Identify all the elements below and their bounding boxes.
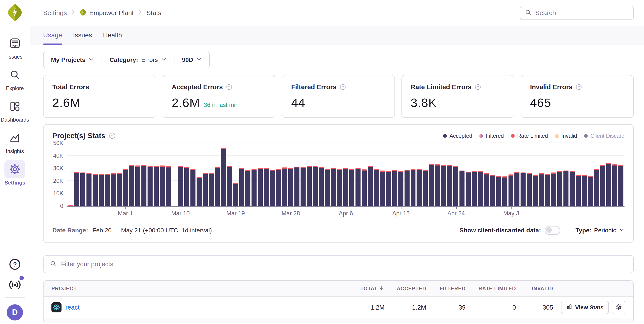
chart-bar[interactable] <box>368 166 373 206</box>
chart-bar[interactable] <box>612 164 617 206</box>
chart-bar[interactable] <box>398 171 404 206</box>
chart-bar[interactable] <box>588 176 593 206</box>
chart-bar[interactable] <box>300 167 306 206</box>
date-range-dropdown[interactable]: 90D <box>174 52 209 68</box>
legend-item-accepted[interactable]: Accepted <box>443 133 472 139</box>
column-header-filtered[interactable]: FILTERED <box>426 286 466 292</box>
chart-bar[interactable] <box>111 173 116 206</box>
chart-bar[interactable] <box>123 169 128 206</box>
chart-bar[interactable] <box>221 148 226 206</box>
chart-bar[interactable] <box>209 173 214 206</box>
chart-bar[interactable] <box>618 165 624 206</box>
chart-bar[interactable] <box>472 171 477 206</box>
chart-bar[interactable] <box>576 175 581 206</box>
project-filter-input[interactable] <box>61 260 627 268</box>
chart-bar[interactable] <box>490 175 495 206</box>
chart-bar[interactable] <box>258 168 263 206</box>
legend-item-filtered[interactable]: Filtered <box>479 133 504 139</box>
column-header-accepted[interactable]: ACCEPTED <box>384 286 426 292</box>
chart-bar[interactable] <box>276 169 281 206</box>
global-search-input[interactable] <box>535 9 629 17</box>
chart-bar[interactable] <box>600 165 605 206</box>
global-search[interactable] <box>520 6 634 20</box>
chart-bar[interactable] <box>135 165 140 206</box>
avatar[interactable]: D <box>7 304 23 321</box>
chart-bar[interactable] <box>606 163 612 206</box>
chart-bar[interactable] <box>68 205 73 206</box>
sidebar-item-explore[interactable]: Explore <box>4 66 26 91</box>
chart-bar[interactable] <box>362 169 367 206</box>
chart-bar[interactable] <box>514 172 520 206</box>
chart-bar[interactable] <box>74 172 79 206</box>
chart-bar[interactable] <box>423 170 428 206</box>
chart-bar[interactable] <box>374 169 379 206</box>
chart-bar[interactable] <box>594 169 599 206</box>
chart-bar[interactable] <box>380 170 385 206</box>
sidebar-item-issues[interactable]: Issues <box>4 34 26 60</box>
chart-bar[interactable] <box>441 165 446 206</box>
chart-bar[interactable] <box>484 173 489 206</box>
whats-new-button[interactable] <box>8 277 22 291</box>
chart-bar[interactable] <box>313 166 318 206</box>
chart-bar[interactable] <box>294 166 300 206</box>
chart-bar[interactable] <box>203 173 208 206</box>
chart-bar[interactable] <box>520 172 526 206</box>
help-icon[interactable]: ? <box>340 84 346 90</box>
help-icon[interactable]: ? <box>109 132 116 139</box>
help-icon[interactable]: ? <box>474 84 481 90</box>
chart-bar[interactable] <box>117 173 122 206</box>
chart-bar[interactable] <box>545 174 550 206</box>
breadcrumb-organization[interactable]: Empower Plant <box>80 8 134 18</box>
breadcrumb-stats[interactable]: Stats <box>146 9 161 17</box>
project-settings-button[interactable] <box>612 301 626 314</box>
column-header-total[interactable]: TOTAL <box>348 285 384 292</box>
chart-bar[interactable] <box>564 170 568 206</box>
chart-bar[interactable] <box>508 174 514 206</box>
view-stats-button[interactable]: View Stats <box>561 301 609 314</box>
sidebar-item-settings[interactable]: Settings <box>4 160 26 186</box>
chart-bar[interactable] <box>496 176 501 206</box>
type-dropdown[interactable]: Type: Periodic <box>576 227 624 234</box>
chart-bar[interactable] <box>142 165 146 206</box>
chart-bar[interactable] <box>460 170 464 206</box>
legend-item-client-discard[interactable]: Client Discard <box>584 133 624 139</box>
chart-bar[interactable] <box>196 177 202 206</box>
chart-bar[interactable] <box>331 168 336 206</box>
tab-usage[interactable]: Usage <box>43 31 62 45</box>
column-header-invalid[interactable]: INVALID <box>516 286 553 292</box>
chart-bar[interactable] <box>392 170 397 206</box>
chart-bar[interactable] <box>99 174 104 206</box>
chart-bar[interactable] <box>154 166 159 206</box>
chart-bar[interactable] <box>239 168 244 206</box>
chart-bar[interactable] <box>105 174 110 206</box>
chart-bar[interactable] <box>80 172 85 206</box>
chart-bar[interactable] <box>570 171 574 206</box>
chart-bar[interactable] <box>270 170 275 206</box>
org-logo-icon[interactable] <box>6 3 24 22</box>
chart-bar[interactable] <box>453 166 458 206</box>
project-filter-search[interactable] <box>43 255 634 273</box>
chart-bar[interactable] <box>502 176 508 206</box>
chart-bar[interactable] <box>288 168 293 206</box>
chart-bar[interactable] <box>233 183 238 206</box>
legend-item-invalid[interactable]: Invalid <box>555 133 577 139</box>
chart-bar[interactable] <box>527 173 532 206</box>
chart-bar[interactable] <box>447 165 452 206</box>
chart-bar[interactable] <box>539 173 544 206</box>
chart-bar[interactable] <box>356 168 360 206</box>
sidebar-item-dashboards[interactable]: Dashboards <box>1 97 29 123</box>
chart-bar[interactable] <box>307 166 312 206</box>
chart-bar[interactable] <box>215 167 220 206</box>
chart-bar[interactable] <box>160 165 165 206</box>
chart-bar[interactable] <box>349 169 354 206</box>
column-header-project[interactable]: PROJECT <box>52 286 348 292</box>
chart-bar[interactable] <box>86 173 92 206</box>
chart-bar[interactable] <box>252 169 256 206</box>
chart-bar[interactable] <box>148 166 152 206</box>
project-link[interactable]: react <box>66 304 80 311</box>
sidebar-item-insights[interactable]: Insights <box>4 129 26 154</box>
chart-bar[interactable] <box>404 170 410 206</box>
chart-bar[interactable] <box>227 166 232 206</box>
help-button[interactable]: ? <box>8 258 21 271</box>
chart-bar[interactable] <box>92 174 98 206</box>
